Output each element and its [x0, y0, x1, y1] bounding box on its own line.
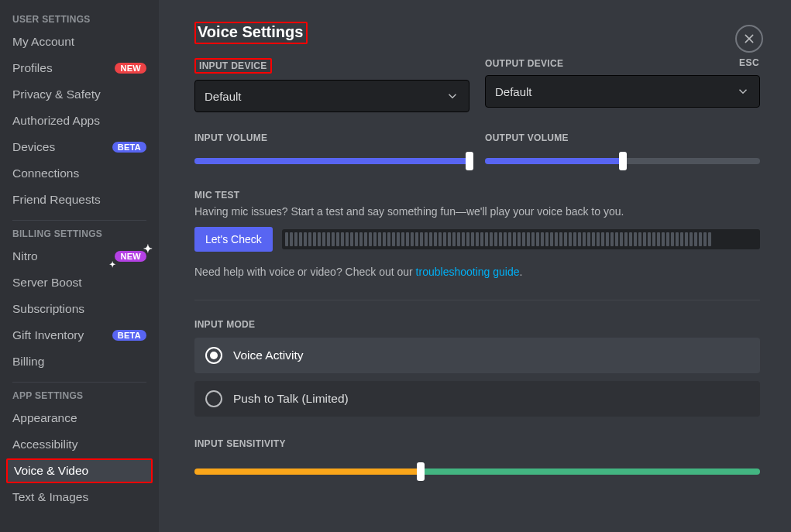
close-circle — [735, 25, 763, 53]
output-device-select[interactable]: Default — [485, 75, 760, 108]
mic-segment — [355, 232, 358, 246]
mic-segment — [643, 232, 646, 246]
mic-segment — [327, 232, 330, 246]
mic-segment — [652, 232, 655, 246]
mic-segment — [504, 232, 507, 246]
sidebar-item-connections[interactable]: Connections — [6, 161, 153, 186]
sidebar-item-label: Voice & Video — [14, 464, 88, 478]
mic-segment — [322, 232, 325, 246]
sidebar-item-label: Devices — [12, 140, 55, 154]
mic-segment — [657, 232, 660, 246]
sidebar-item-nitro[interactable]: NitroNEW✦✦ — [6, 244, 153, 269]
sidebar-item-my-account[interactable]: My Account — [6, 29, 153, 54]
mic-segment — [471, 232, 474, 246]
mic-segment — [629, 232, 632, 246]
mic-segment — [350, 232, 353, 246]
sidebar-item-label: Profiles — [12, 61, 53, 75]
sidebar-header-app: APP SETTINGS — [6, 390, 153, 406]
sensitivity-high-fill — [421, 469, 760, 475]
mic-segment — [387, 232, 390, 246]
slider-fill — [485, 158, 623, 164]
radio-icon — [205, 390, 222, 407]
sidebar-item-label: Nitro — [12, 249, 38, 263]
sidebar-item-label: Text & Images — [12, 490, 88, 504]
mic-segment — [443, 232, 446, 246]
beta-badge: BETA — [112, 142, 146, 153]
sidebar-item-appearance[interactable]: Appearance — [6, 406, 153, 431]
input-sensitivity-label: INPUT SENSITIVITY — [194, 438, 760, 449]
sidebar-item-subscriptions[interactable]: Subscriptions — [6, 297, 153, 321]
sidebar-item-label: Server Boost — [12, 276, 82, 290]
mic-segment — [397, 232, 400, 246]
sidebar-item-profiles[interactable]: ProfilesNEW — [6, 56, 153, 81]
mic-segment — [341, 232, 344, 246]
settings-sidebar: USER SETTINGS My Account ProfilesNEW Pri… — [0, 0, 159, 532]
sidebar-item-accessibility[interactable]: Accessibility — [6, 432, 153, 457]
mic-segment — [592, 232, 595, 246]
mic-segment — [480, 232, 483, 246]
mic-segment — [438, 232, 442, 246]
slider-grabber[interactable] — [417, 462, 425, 481]
mic-segment — [531, 232, 535, 246]
divider — [12, 220, 146, 221]
radio-label: Voice Activity — [233, 348, 303, 362]
sidebar-item-devices[interactable]: DevicesBETA — [6, 135, 153, 160]
mic-segment — [415, 232, 418, 246]
sidebar-item-friend-requests[interactable]: Friend Requests — [6, 187, 153, 212]
sidebar-item-text-images[interactable]: Text & Images — [6, 485, 153, 510]
output-volume-label: OUTPUT VOLUME — [485, 132, 760, 143]
radio-label: Push to Talk (Limited) — [233, 392, 349, 406]
sparkle-icon: ✦ — [143, 242, 153, 255]
sidebar-item-label: Gift Inventory — [12, 328, 84, 342]
mic-segment — [550, 232, 553, 246]
settings-content: ESC Voice Settings INPUT DEVICE Default … — [159, 0, 791, 532]
input-device-value: Default — [205, 90, 242, 103]
mic-segment — [536, 232, 539, 246]
mic-segment — [513, 232, 516, 246]
slider-fill — [194, 158, 469, 164]
input-sensitivity-slider[interactable] — [194, 463, 760, 480]
mic-segment — [313, 232, 316, 246]
mic-segment — [699, 232, 702, 246]
divider — [194, 300, 760, 300]
sidebar-item-label: Billing — [12, 355, 44, 369]
mic-segment — [425, 232, 428, 246]
slider-grabber[interactable] — [619, 152, 627, 170]
input-mode-push-to-talk[interactable]: Push to Talk (Limited) — [194, 381, 760, 417]
mic-segment — [448, 232, 451, 246]
mic-segment — [522, 232, 525, 246]
mic-segment — [620, 232, 623, 246]
input-mode-voice-activity[interactable]: Voice Activity — [194, 338, 760, 373]
sidebar-item-privacy-safety[interactable]: Privacy & Safety — [6, 82, 153, 107]
sidebar-item-gift-inventory[interactable]: Gift InventoryBETA — [6, 323, 153, 348]
sidebar-item-server-boost[interactable]: Server Boost — [6, 270, 153, 295]
mic-test-desc: Having mic issues? Start a test and say … — [194, 205, 760, 218]
mic-segment — [285, 232, 288, 246]
mic-segment — [541, 232, 544, 246]
mic-segment — [694, 232, 697, 246]
sensitivity-low-fill — [194, 469, 421, 475]
slider-grabber[interactable] — [466, 152, 473, 170]
troubleshooting-link[interactable]: troubleshooting guide — [416, 266, 520, 278]
mic-segment — [308, 232, 311, 246]
mic-segment — [369, 232, 372, 246]
output-device-value: Default — [495, 85, 532, 98]
sidebar-item-voice-video[interactable]: Voice & Video — [6, 458, 153, 483]
mic-segment — [606, 232, 609, 246]
mic-segment — [476, 232, 479, 246]
input-device-select[interactable]: Default — [194, 80, 469, 112]
mic-segment — [676, 232, 679, 246]
esc-label: ESC — [739, 57, 759, 68]
page-title: Voice Settings — [194, 22, 308, 44]
mic-segment — [452, 232, 456, 246]
mic-test-button[interactable]: Let's Check — [194, 227, 273, 252]
close-button[interactable]: ESC — [735, 25, 763, 68]
sidebar-item-billing[interactable]: Billing — [6, 349, 153, 374]
sparkle-icon: ✦ — [109, 260, 115, 269]
output-volume-slider[interactable] — [485, 153, 760, 170]
sidebar-item-authorized-apps[interactable]: Authorized Apps — [6, 108, 153, 133]
mic-segment — [406, 232, 409, 246]
sidebar-header-billing: BILLING SETTINGS — [6, 228, 153, 244]
input-volume-slider[interactable] — [194, 153, 469, 170]
mic-segment — [690, 232, 693, 246]
